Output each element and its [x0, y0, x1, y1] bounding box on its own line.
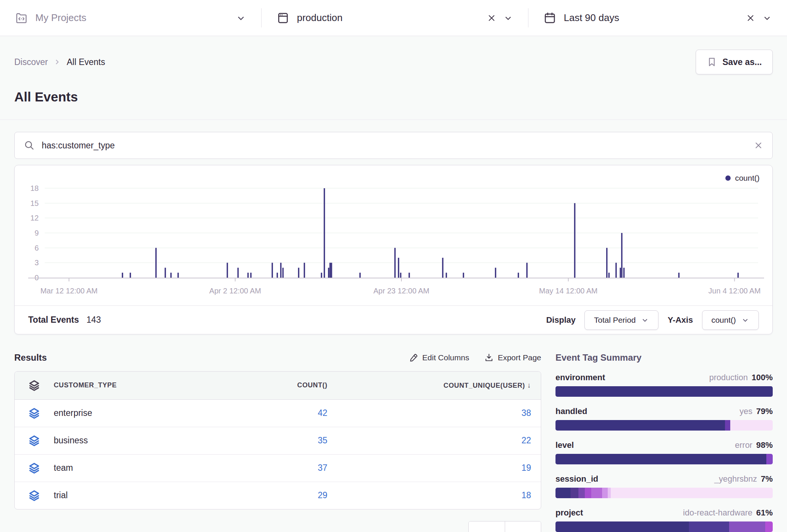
table-row: trial2918	[15, 482, 541, 509]
tag-bar-segment[interactable]	[571, 488, 578, 498]
event-tag-summary: Event Tag Summary environmentproduction1…	[555, 352, 773, 532]
window-icon	[277, 12, 289, 24]
total-events-label: Total Events	[28, 315, 79, 325]
customer-type-value: trial	[54, 490, 68, 500]
tag-summary-item: levelerror98%	[555, 440, 773, 464]
tag-distribution-bar[interactable]	[555, 420, 773, 431]
page-header: Discover All Events Save as... All Event…	[0, 36, 787, 120]
tag-bar-segment[interactable]	[578, 488, 585, 498]
customer-type-value: business	[54, 435, 88, 446]
edit-columns-button[interactable]: Edit Columns	[409, 353, 469, 363]
yaxis-dropdown[interactable]: count()	[702, 310, 759, 330]
edit-columns-label: Edit Columns	[422, 353, 469, 362]
date-range-selector[interactable]: Last 90 days	[528, 0, 787, 36]
column-count-unique[interactable]: COUNT_UNIQUE(USER)↓	[338, 372, 541, 399]
tag-distribution-bar[interactable]	[555, 454, 773, 464]
pencil-icon	[409, 353, 419, 363]
tag-summary-heading: Event Tag Summary	[555, 352, 773, 363]
tag-distribution-bar[interactable]	[555, 488, 773, 498]
search-input[interactable]	[42, 141, 747, 151]
project-selector-label: My Projects	[35, 12, 86, 24]
tag-bar-segment[interactable]	[689, 521, 729, 532]
display-dropdown[interactable]: Total Period	[584, 310, 658, 330]
tag-bar-segment[interactable]	[555, 420, 725, 431]
chart-legend[interactable]: count()	[725, 174, 760, 183]
customer-type-value: enterprise	[54, 408, 92, 418]
chevron-down-icon[interactable]	[762, 13, 772, 23]
tag-top-value: ido-react-hardware	[683, 508, 752, 518]
tag-bar-segment[interactable]	[555, 488, 571, 498]
tag-bar-segment[interactable]	[555, 386, 773, 397]
chevron-down-icon	[641, 316, 649, 324]
legend-label: count()	[735, 174, 760, 183]
events-chart[interactable]: 0369121518Mar 12 12:00 AMApr 2 12:00 AMA…	[15, 165, 772, 305]
tag-bar-segment[interactable]	[729, 521, 765, 532]
svg-text:15: 15	[30, 199, 39, 207]
pagination-next-button[interactable]	[505, 521, 541, 532]
svg-text:18: 18	[30, 184, 39, 192]
breadcrumb-all-events: All Events	[67, 57, 105, 67]
project-selector[interactable]: My Projects	[0, 0, 261, 36]
clear-environment-icon[interactable]	[487, 13, 496, 23]
count-value-link[interactable]: 29	[318, 490, 327, 500]
tag-bar-segment[interactable]	[765, 521, 773, 532]
count-unique-value-link[interactable]: 19	[521, 463, 531, 473]
save-as-label: Save as...	[722, 57, 762, 67]
display-label: Display	[546, 315, 575, 325]
count-value-link[interactable]: 37	[318, 463, 327, 473]
tag-bar-segment[interactable]	[608, 488, 611, 498]
pagination-prev-button[interactable]	[469, 521, 505, 532]
breadcrumb-discover[interactable]: Discover	[14, 57, 48, 67]
save-as-button[interactable]: Save as...	[696, 50, 773, 74]
results-table-body: enterprise4238business3522team3719trial2…	[15, 399, 541, 509]
chevron-down-icon[interactable]	[503, 13, 513, 23]
environment-label: production	[297, 12, 342, 24]
tag-bar-segment[interactable]	[725, 420, 730, 431]
search-bar[interactable]	[14, 132, 773, 159]
events-chart-card: 0369121518Mar 12 12:00 AMApr 2 12:00 AMA…	[14, 165, 773, 334]
tag-top-value: _yeghrsbnz	[714, 474, 757, 484]
export-page-button[interactable]: Export Page	[484, 353, 541, 363]
tag-top-percent: 7%	[761, 474, 773, 484]
count-unique-value-link[interactable]: 18	[521, 490, 531, 500]
tag-summary-item: handledyes79%	[555, 407, 773, 431]
column-count[interactable]: COUNT()	[225, 372, 338, 399]
stack-icon	[28, 407, 40, 419]
svg-text:Jun 4 12:00 AM: Jun 4 12:00 AM	[708, 287, 761, 295]
download-icon	[484, 353, 494, 363]
count-unique-value-link[interactable]: 38	[521, 408, 531, 418]
tag-bar-segment[interactable]	[585, 488, 591, 498]
stack-icon	[28, 435, 40, 447]
tag-name: session_id	[555, 474, 598, 484]
tag-name: handled	[555, 407, 587, 416]
tag-distribution-bar[interactable]	[555, 386, 773, 397]
count-value-link[interactable]: 42	[318, 408, 327, 418]
stack-icon	[28, 379, 40, 391]
tag-bar-segment[interactable]	[766, 454, 773, 464]
stack-icon	[28, 490, 40, 502]
environment-selector[interactable]: production	[262, 0, 528, 36]
customer-type-value: team	[54, 463, 73, 473]
topbar: My Projects production	[0, 0, 787, 36]
clear-search-icon[interactable]	[754, 141, 763, 150]
column-customer-type[interactable]: CUSTOMER_TYPE	[54, 381, 117, 389]
clear-date-icon[interactable]	[746, 13, 755, 23]
tag-bar-segment[interactable]	[555, 521, 689, 532]
table-header-row: CUSTOMER_TYPE COUNT() COUNT_UNIQUE(USER)…	[15, 372, 541, 399]
export-page-label: Export Page	[498, 353, 541, 362]
chart-footer: Total Events 143 Display Total Period Y-…	[15, 305, 772, 334]
tag-bar-segment[interactable]	[602, 488, 607, 498]
tag-distribution-bar[interactable]	[555, 521, 773, 532]
count-value-link[interactable]: 35	[318, 435, 327, 445]
breadcrumb: Discover All Events	[14, 57, 105, 67]
bookmark-icon	[707, 57, 717, 67]
tag-bar-segment[interactable]	[591, 488, 602, 498]
table-row: team3719	[15, 454, 541, 482]
tag-bar-segment[interactable]	[555, 454, 766, 464]
tag-summary-item: session_id_yeghrsbnz7%	[555, 474, 773, 498]
count-unique-value-link[interactable]: 22	[521, 435, 531, 445]
svg-text:12: 12	[30, 214, 39, 222]
tag-name: level	[555, 440, 574, 450]
total-events-value: 143	[86, 315, 101, 325]
pagination	[14, 521, 541, 532]
